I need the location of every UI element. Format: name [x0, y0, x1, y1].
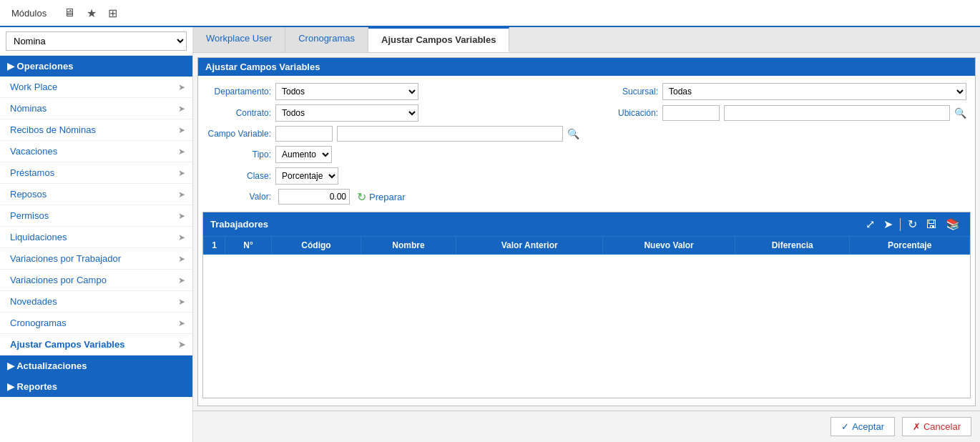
sidebar-item-reposos[interactable]: Reposos ➤: [0, 184, 192, 205]
trabajadores-table-section: Trabajadores ⤢ ➤ ↻ 🖫 📚 1 N°: [202, 212, 971, 398]
share-button[interactable]: ➤: [881, 216, 896, 232]
reposos-label: Reposos: [10, 189, 46, 200]
accept-label: Aceptar: [852, 421, 884, 432]
form-container: Ajustar Campos Variables Departamento: T…: [197, 57, 976, 406]
col-codigo: Código: [272, 237, 361, 255]
campo-variable-right-placeholder: [594, 126, 966, 142]
tab-ajustar-campos-label: Ajustar Campos Variables: [381, 34, 496, 45]
content-area: Workplace User Cronogramas Ajustar Campo…: [193, 27, 980, 442]
sidebar-module-selector[interactable]: Nomina: [0, 27, 192, 56]
tab-cronogramas-label: Cronogramas: [298, 33, 355, 44]
valor-row: Valor: ↻ Preparar: [207, 189, 966, 205]
sidebar-item-liquidaciones[interactable]: Liquidaciones ➤: [0, 227, 192, 248]
cancel-label: Cancelar: [923, 421, 961, 432]
sidebar-item-nominas[interactable]: Nóminas ➤: [0, 98, 192, 119]
clase-select[interactable]: Porcentaje: [275, 167, 338, 185]
refresh-icon: ↻: [357, 190, 366, 204]
ajustar-campos-arrow-icon: ➤: [178, 340, 185, 350]
sidebar-item-prestamos[interactable]: Préstamos ➤: [0, 162, 192, 184]
liquidaciones-arrow-icon: ➤: [178, 232, 185, 242]
workplace-arrow-icon: ➤: [178, 82, 185, 92]
ubicacion-input1[interactable]: [662, 105, 720, 121]
save-button[interactable]: 🖫: [923, 217, 940, 232]
modulos-label: Módulos: [11, 8, 46, 19]
sidebar-item-variaciones-trabajador[interactable]: Variaciones por Trabajador ➤: [0, 248, 192, 270]
sidebar-item-workplace[interactable]: Work Place ➤: [0, 77, 192, 98]
cronogramas-arrow-icon: ➤: [178, 318, 185, 328]
ubicacion-search-button[interactable]: 🔍: [954, 107, 966, 119]
prestamos-arrow-icon: ➤: [178, 168, 185, 178]
valor-input[interactable]: [278, 189, 350, 205]
campo-variable-row: Campo Variable: 🔍: [207, 126, 579, 142]
reposos-arrow-icon: ➤: [178, 190, 185, 200]
sidebar-item-novedades[interactable]: Novedades ➤: [0, 291, 192, 313]
sidebar: Nomina ▶ Operaciones Work Place ➤ Nómina…: [0, 27, 193, 442]
contrato-label: Contrato:: [207, 108, 271, 118]
tipo-select[interactable]: Aumento: [275, 146, 332, 163]
sidebar-item-variaciones-campo[interactable]: Variaciones por Campo ➤: [0, 270, 192, 291]
departamento-select[interactable]: Todos: [275, 83, 418, 100]
novedades-arrow-icon: ➤: [178, 297, 185, 307]
col-porcentaje: Porcentaje: [850, 237, 970, 255]
accept-button[interactable]: ✓ Aceptar: [830, 417, 895, 436]
ubicacion-input2[interactable]: [724, 105, 950, 121]
tab-ajustar-campos[interactable]: Ajustar Campos Variables: [368, 27, 509, 52]
sidebar-item-cronogramas[interactable]: Cronogramas ➤: [0, 313, 192, 334]
favorites-icon[interactable]: ★: [87, 6, 97, 20]
sidebar-item-permisos[interactable]: Permisos ➤: [0, 205, 192, 227]
permisos-arrow-icon: ➤: [178, 211, 185, 221]
trabajadores-table: 1 N° Código Nombre Valor Anterior Nuevo …: [203, 236, 970, 398]
monitor-icon[interactable]: 🖥: [64, 6, 75, 19]
campo-variable-search-button[interactable]: 🔍: [567, 128, 579, 139]
tab-cronogramas[interactable]: Cronogramas: [285, 27, 368, 52]
liquidaciones-label: Liquidaciones: [10, 232, 67, 242]
preparar-button[interactable]: ↻ Preparar: [357, 190, 406, 204]
table-header-row: 1 N° Código Nombre Valor Anterior Nuevo …: [204, 237, 970, 255]
sidebar-item-ajustar-campos[interactable]: Ajustar Campos Variables ➤: [0, 334, 192, 355]
sidebar-section-reportes[interactable]: ▶ Reportes: [0, 376, 192, 397]
permisos-label: Permisos: [10, 210, 49, 221]
operaciones-label: ▶ Operaciones: [7, 61, 73, 72]
workplace-label: Work Place: [10, 82, 57, 92]
contrato-select[interactable]: Todos: [275, 104, 418, 122]
preparar-label: Preparar: [369, 192, 406, 202]
campo-variable-input1[interactable]: [275, 126, 333, 142]
var-trab-arrow-icon: ➤: [178, 254, 185, 264]
novedades-label: Novedades: [10, 296, 57, 307]
sucursal-select[interactable]: Todas: [662, 83, 966, 100]
tab-workplace-user-label: Workplace User: [206, 33, 272, 44]
actualizaciones-label: ▶ Actualizaciones: [7, 360, 87, 371]
cronogramas-label: Cronogramas: [10, 318, 67, 328]
tipo-right-placeholder: [594, 146, 966, 163]
cancel-icon: ✗: [913, 421, 921, 432]
ajustar-campos-label: Ajustar Campos Variables: [10, 339, 124, 350]
refresh-table-button[interactable]: ↻: [905, 216, 920, 232]
tipo-row: Tipo: Aumento: [207, 146, 579, 163]
campo-variable-label: Campo Variable:: [207, 129, 271, 139]
departamento-row: Departamento: Todos: [207, 83, 579, 100]
stack-button[interactable]: 📚: [943, 216, 963, 232]
col-valor-anterior: Valor Anterior: [456, 237, 603, 255]
tab-workplace-user[interactable]: Workplace User: [193, 27, 285, 52]
modulos-menu[interactable]: Módulos: [6, 4, 52, 23]
sidebar-item-vacaciones[interactable]: Vacaciones ➤: [0, 141, 192, 162]
sidebar-section-actualizaciones[interactable]: ▶ Actualizaciones: [0, 355, 192, 376]
sidebar-item-recibos[interactable]: Recibos de Nóminas ➤: [0, 119, 192, 141]
ubicacion-row: Ubicación: 🔍: [594, 104, 966, 122]
apps-icon[interactable]: ⊞: [108, 6, 117, 20]
nominas-arrow-icon: ➤: [178, 104, 185, 114]
col-diferencia: Diferencia: [735, 237, 849, 255]
empty-row: [204, 255, 970, 398]
expand-button[interactable]: ⤢: [863, 216, 878, 232]
col-row-num: 1: [204, 237, 225, 255]
table-title: Trabajadores: [210, 219, 268, 230]
var-campo-arrow-icon: ➤: [178, 275, 185, 285]
module-dropdown[interactable]: Nomina: [6, 31, 187, 51]
sidebar-section-operaciones[interactable]: ▶ Operaciones: [0, 56, 192, 77]
variaciones-trabajador-label: Variaciones por Trabajador: [10, 253, 121, 264]
cancel-button[interactable]: ✗ Cancelar: [902, 417, 971, 436]
recibos-label: Recibos de Nóminas: [10, 124, 96, 135]
campo-variable-input2[interactable]: [337, 126, 563, 142]
clase-right-placeholder: [594, 167, 966, 185]
variaciones-campo-label: Variaciones por Campo: [10, 275, 107, 285]
